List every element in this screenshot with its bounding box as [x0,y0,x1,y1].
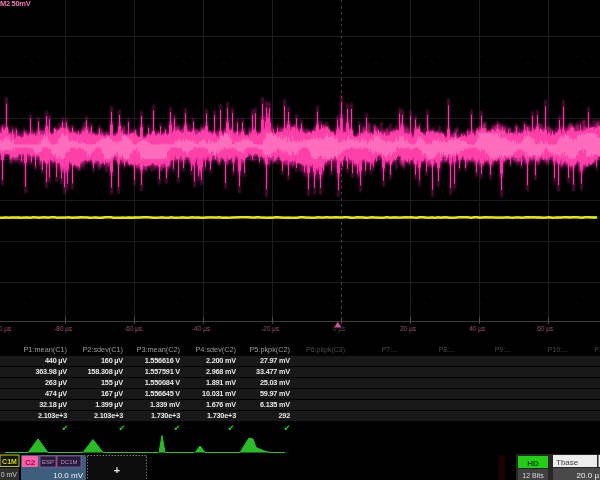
svg-text:2.103e+3: 2.103e+3 [38,411,67,420]
svg-text:C1M: C1M [2,458,17,465]
svg-text:6.135 mV: 6.135 mV [260,400,290,409]
svg-text:263 µV: 263 µV [45,378,67,387]
svg-text:-20 µs: -20 µs [261,325,280,333]
svg-text:Tbase: Tbase [556,458,579,467]
svg-text:0 mV: 0 mV [1,471,18,478]
svg-text:474 µV: 474 µV [45,389,67,398]
svg-text:2.200 mV: 2.200 mV [206,356,236,365]
svg-text:-80 µs: -80 µs [54,325,73,333]
svg-text:P1:mean(C1): P1:mean(C1) [24,345,67,354]
svg-text:1.399 µV: 1.399 µV [95,400,123,409]
svg-text:1.556645 V: 1.556645 V [145,389,181,398]
svg-text:292: 292 [278,411,290,420]
svg-text:✔: ✔ [61,423,68,433]
svg-text:1.339 mV: 1.339 mV [150,400,180,409]
svg-text:P3:mean(C2): P3:mean(C2) [137,345,180,354]
svg-text:32.18 µV: 32.18 µV [39,400,67,409]
svg-text:20.0 µ: 20.0 µ [577,471,600,480]
svg-text:P7:...: P7:... [382,346,398,353]
svg-text:P10:...: P10:... [548,346,568,353]
svg-text:59.97 mV: 59.97 mV [260,389,290,398]
svg-text:P5:pkpk(C2): P5:pkpk(C2) [249,345,290,354]
svg-text:P6:pkpk(C3): P6:pkpk(C3) [306,346,345,354]
svg-text:1.550084 V: 1.550084 V [145,378,181,387]
svg-text:✔: ✔ [227,423,234,433]
svg-text:ESP: ESP [42,459,54,465]
svg-text:✔: ✔ [118,423,125,433]
svg-text:2.103e+3: 2.103e+3 [94,411,123,420]
svg-text:+: + [114,464,120,476]
svg-text:40 µs: 40 µs [469,325,486,333]
svg-text:1.676 mV: 1.676 mV [206,400,236,409]
svg-text:10.0 mV: 10.0 mV [53,471,83,480]
svg-text:60 µs: 60 µs [537,325,554,333]
svg-text:P9:...: P9:... [495,346,511,353]
svg-text:✔: ✔ [283,423,290,433]
svg-text:P8:...: P8:... [439,346,455,353]
svg-text:C2: C2 [25,458,36,467]
svg-text:158.308 µV: 158.308 µV [88,367,124,376]
svg-text:-100 µs: -100 µs [0,325,12,333]
svg-text:HD: HD [527,459,539,468]
svg-text:1.891 mV: 1.891 mV [206,378,236,387]
svg-text:12 Bits: 12 Bits [522,472,544,479]
svg-text:167 µV: 167 µV [101,389,123,398]
svg-text:1.557591 V: 1.557591 V [145,367,181,376]
svg-text:P4:sdev(C2): P4:sdev(C2) [195,345,236,354]
svg-text:1.730e+3: 1.730e+3 [207,411,236,420]
svg-text:-60 µs: -60 µs [124,325,143,333]
svg-text:P2:sdev(C1): P2:sdev(C1) [82,345,123,354]
svg-text:25.03 mV: 25.03 mV [260,378,290,387]
svg-text:P11:...: P11:... [594,346,600,353]
svg-text:27.97 mV: 27.97 mV [260,356,290,365]
svg-text:M2 50mV: M2 50mV [0,0,31,8]
svg-text:✔: ✔ [173,423,180,433]
svg-text:DC1M: DC1M [60,459,77,465]
svg-text:10.031 mV: 10.031 mV [202,389,236,398]
svg-text:440 µV: 440 µV [45,356,67,365]
svg-text:-40 µs: -40 µs [192,325,211,333]
svg-text:1.730e+3: 1.730e+3 [151,411,180,420]
svg-text:363.98 µV: 363.98 µV [35,367,67,376]
svg-text:0 µs: 0 µs [333,325,346,333]
svg-text:2.968 mV: 2.968 mV [206,367,236,376]
svg-text:20 µs: 20 µs [400,325,417,333]
svg-text:1.556616 V: 1.556616 V [145,356,181,365]
svg-text:160 µV: 160 µV [101,356,123,365]
svg-text:155 µV: 155 µV [101,378,123,387]
svg-text:33.477 mV: 33.477 mV [256,367,290,376]
